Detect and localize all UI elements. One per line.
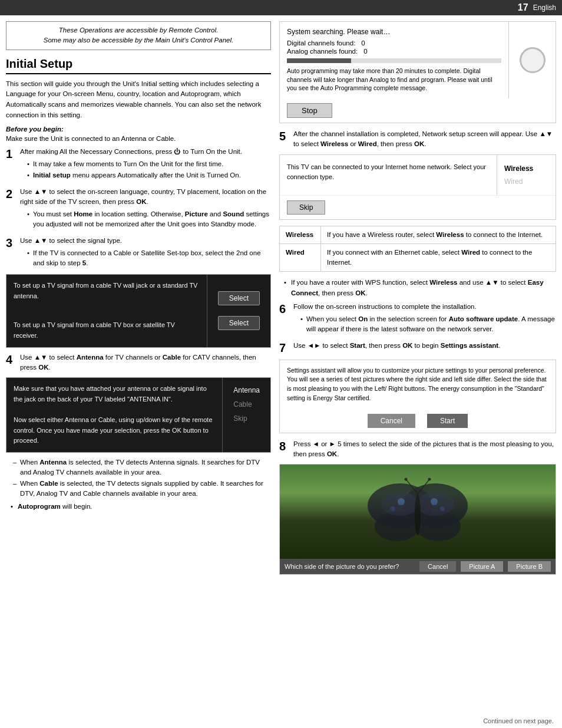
wireless-label: Wireless [280,226,321,243]
settings-assistant-text: Settings assistant will allow you to cus… [280,360,556,409]
svg-point-8 [391,506,395,511]
page-language: English [533,4,556,12]
step-1-content: After making All the Necessary Connectio… [20,147,271,182]
wireless-bullet-1: If you have a router with WPS function, … [284,278,556,298]
butterfly-picture-a-button[interactable]: Picture A [461,561,503,572]
connection-row-wired: Wired If you connect with an Ethernet ca… [280,243,556,272]
step-2-bullets: You must set Home in location setting. O… [20,209,271,230]
network-right: Wireless Wired [497,155,556,195]
settings-cancel-button[interactable]: Cancel [368,414,415,428]
searching-circle-icon [520,47,546,73]
wireless-bullets: If you have a router with WPS function, … [279,278,556,298]
section-title: Initial Setup [6,57,271,74]
antenna-option-cable: Cable [233,400,252,409]
tv-signal-box: To set up a TV signal from a cable TV wa… [6,274,271,347]
select-btn-1[interactable]: Select [218,291,260,305]
antenna-option-skip: Skip [233,414,247,423]
connection-row-wireless: Wireless If you have a Wireless router, … [280,226,556,243]
step-7-number: 7 [279,341,290,355]
continued-text: Continued on next page. [483,717,554,724]
step-8: 8 Press ◄ or ► 5 times to select the sid… [279,439,556,460]
which-side-text: Which side of the picture do you prefer? [285,563,399,570]
tv-signal-row2-text: To set up a TV signal from a cable TV bo… [14,320,200,341]
step-5: 5 After the channel installation is comp… [279,129,556,150]
antenna-bullet-2: When Cable is selected, the TV detects s… [13,479,271,499]
stop-button[interactable]: Stop [287,103,332,118]
analog-value: 0 [363,48,367,55]
digital-value: 0 [361,39,365,47]
autoprogram-item: Autoprogram will begin. [11,502,271,512]
step-7: 7 Use ◄► to select Start, then press OK … [279,341,556,355]
step-1-number: 1 [6,147,16,182]
step-2-content: Use ▲▼ to select the on-screen language,… [20,187,271,231]
step-1-bullet-2: Initial setup menu appears Automatically… [27,170,271,180]
step-6-number: 6 [279,302,290,336]
step-2-number: 2 [6,187,16,231]
wired-label: Wired [280,243,321,272]
antenna-option-antenna: Antenna [233,386,260,394]
step-8-number: 8 [279,439,290,460]
network-left: This TV can be connected to your Interne… [280,155,497,195]
butterfly-icon [359,473,477,550]
step-1-bullet-1: It may take a few moments to Turn On the… [27,159,271,169]
step-6-bullets: When you select On in the selection scre… [293,314,556,335]
progress-bar-container [287,58,501,63]
network-inner: This TV can be connected to your Interne… [280,155,556,195]
antenna-bullets: When Antenna is selected, the TV detects… [6,457,271,499]
wireless-desc: If you have a Wireless router, select Wi… [321,226,556,243]
digital-channels: Digital channels found: 0 [287,39,501,47]
step-6: 6 Follow the on-screen instructions to c… [279,302,556,336]
network-title: This TV can be connected to your Interne… [287,162,490,183]
system-search-box: System searching. Please wait… Digital c… [279,21,556,123]
step-8-text: Press ◄ or ► 5 times to select the side … [293,440,554,457]
step-7-text: Use ◄► to select Start, then press OK to… [293,342,500,349]
butterfly-picture-b-button[interactable]: Picture B [508,561,551,572]
auto-prog-note: Auto programming may take more than 20 m… [287,67,501,93]
notice-line2: Some may also be accessible by the Main … [12,35,265,45]
network-skip-button[interactable]: Skip [287,200,325,215]
progress-bar-fill [287,58,351,63]
antenna-box: Make sure that you have attached your an… [6,377,271,453]
analog-channels: Analog channels found: 0 [287,48,501,55]
digital-label: Digital channels found: [287,39,355,47]
butterfly-image [280,465,556,559]
step-3-text: Use ▲▼ to select the signal type. [20,237,122,244]
butterfly-bottom-bar: Which side of the picture do you prefer?… [280,559,556,574]
step-3-number: 3 [6,236,16,270]
step-3-bullet-1: If the TV is connected to a Cable or Sat… [27,248,271,269]
step-4-number: 4 [6,353,16,373]
step-2: 2 Use ▲▼ to select the on-screen languag… [6,187,271,231]
step-1: 1 After making All the Necessary Connect… [6,147,271,182]
stop-btn-area: Stop [280,98,556,123]
network-wireless-option: Wireless [504,164,548,173]
select-btn-2[interactable]: Select [218,316,260,330]
system-search-right [508,22,556,98]
antenna-bullet-1: When Antenna is selected, the TV detects… [13,457,271,478]
svg-point-10 [415,494,421,535]
butterfly-section: Which side of the picture do you prefer?… [279,464,556,575]
content-area: These Operations are accessible by Remot… [0,15,562,714]
settings-btn-row: Cancel Start [280,409,556,433]
settings-start-button[interactable]: Start [427,414,468,428]
network-box: This TV can be connected to your Interne… [279,154,556,220]
step-3-bullets: If the TV is connected to a Cable or Sat… [20,248,271,269]
step-3-content: Use ▲▼ to select the signal type. If the… [20,236,271,270]
wired-desc: If you connect with an Ethernet cable, s… [321,243,556,272]
step-6-bullet-1: When you select On in the selection scre… [300,314,556,335]
step-4-content: Use ▲▼ to select Antenna for TV channels… [20,353,271,373]
right-column: System searching. Please wait… Digital c… [279,21,556,708]
svg-point-7 [431,498,438,505]
step-1-text: After making All the Necessary Connectio… [20,148,242,155]
antenna-right: Antenna Cable Skip [222,378,270,452]
notice-line1: These Operations are accessible by Remot… [12,25,265,35]
svg-point-6 [398,498,405,505]
step-6-text: Follow the on-screen instructions to com… [293,303,477,310]
butterfly-buttons: Cancel Picture A Picture B [419,561,551,572]
step-6-content: Follow the on-screen instructions to com… [293,302,556,336]
butterfly-cancel-button[interactable]: Cancel [419,561,456,572]
antenna-left: Make sure that you have attached your an… [6,378,222,452]
step-8-content: Press ◄ or ► 5 times to select the side … [293,439,556,460]
step-4: 4 Use ▲▼ to select Antenna for TV channe… [6,353,271,373]
page-container: 17 English These Operations are accessib… [0,0,562,728]
antenna-instructions: Make sure that you have attached your an… [14,384,215,446]
